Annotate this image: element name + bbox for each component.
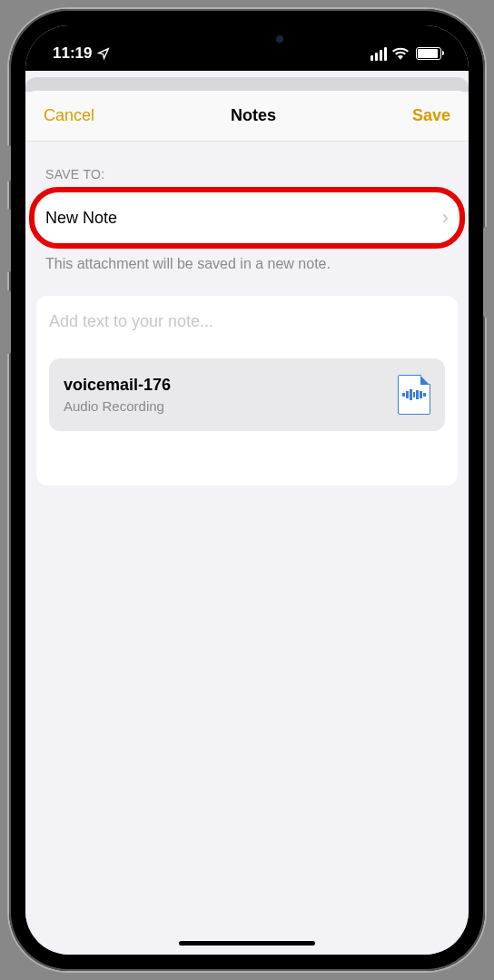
save-to-label: SAVE TO:: [25, 142, 469, 191]
cancel-button[interactable]: Cancel: [44, 106, 94, 125]
save-hint-text: This attachment will be saved in a new n…: [25, 245, 469, 290]
status-right: [370, 47, 441, 61]
chevron-right-icon: ›: [442, 206, 449, 230]
volume-down-button: [5, 290, 11, 354]
front-camera: [276, 35, 283, 43]
status-time: 11:19: [53, 44, 92, 63]
volume-up-button: [5, 209, 11, 272]
destination-row-wrap: New Note ›: [33, 191, 461, 245]
iphone-frame: 11:19 Cancel Notes: [9, 9, 485, 971]
mute-switch: [5, 145, 11, 181]
save-destination-row[interactable]: New Note ›: [33, 191, 461, 245]
destination-value: New Note: [45, 209, 117, 228]
nav-title: Notes: [231, 106, 276, 125]
save-button[interactable]: Save: [412, 106, 450, 125]
sheet-content: SAVE TO: New Note › This attachment will…: [25, 142, 469, 485]
note-compose-card: Add text to your note... voicemail-176 A…: [36, 296, 458, 485]
wifi-icon: [392, 47, 409, 60]
share-sheet: Cancel Notes Save SAVE TO: New Note › Th…: [25, 91, 469, 955]
power-button: [483, 227, 489, 318]
home-indicator[interactable]: [179, 941, 315, 946]
waveform-icon: [402, 388, 426, 401]
attachment-subtitle: Audio Recording: [64, 398, 171, 414]
notch: [156, 25, 338, 53]
modal-backdrop: [25, 77, 469, 92]
note-text-input[interactable]: Add text to your note...: [49, 312, 445, 358]
attachment-title: voicemail-176: [64, 376, 171, 395]
audio-file-icon: [398, 375, 430, 415]
screen: 11:19 Cancel Notes: [25, 25, 469, 955]
attachment-info: voicemail-176 Audio Recording: [64, 376, 171, 414]
battery-icon: [416, 47, 441, 60]
location-icon: [97, 47, 110, 60]
nav-bar: Cancel Notes Save: [25, 91, 469, 142]
attachment-card[interactable]: voicemail-176 Audio Recording: [49, 358, 445, 431]
status-left: 11:19: [53, 44, 110, 63]
cellular-signal-icon: [370, 47, 387, 61]
